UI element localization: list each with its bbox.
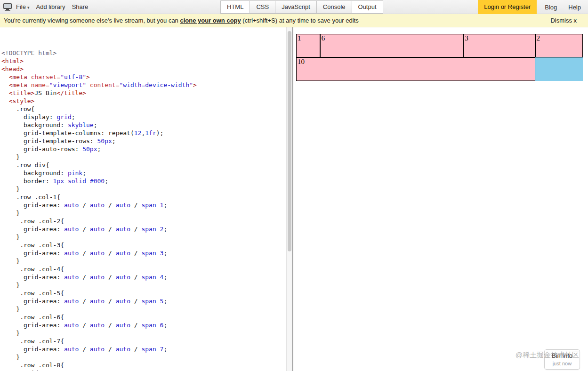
blog-link[interactable]: Blog — [545, 4, 557, 11]
tab-console[interactable]: Console — [317, 0, 352, 14]
grid-cell: 1 — [296, 34, 320, 57]
menu-share[interactable]: Share — [72, 3, 89, 10]
html-code-editor[interactable]: <!DOCTYPE html><html><head> <meta charse… — [0, 27, 286, 371]
tab-html[interactable]: HTML — [220, 0, 250, 14]
code-lines: <!DOCTYPE html><html><head> <meta charse… — [1, 49, 286, 371]
help-link[interactable]: Help — [568, 4, 581, 11]
menu-file-label: File — [16, 3, 26, 10]
editor-scrollbar-thumb[interactable] — [288, 31, 291, 251]
menu-add-library[interactable]: Add library — [36, 3, 65, 10]
notification-text: You're currently viewing someone else's … — [4, 17, 359, 24]
toolbar: File▾ Add library Share HTMLCSSJavaScrip… — [0, 0, 588, 14]
panel-tabs: HTMLCSSJavaScriptConsoleOutput — [220, 0, 383, 14]
jsbin-logo-icon[interactable] — [3, 3, 12, 11]
toolbar-right: Login or Register Blog Help — [478, 0, 588, 14]
dismiss-button[interactable]: Dismiss x — [550, 17, 577, 24]
tab-javascript[interactable]: JavaScript — [275, 0, 317, 14]
grid-cell: 3 — [463, 34, 535, 57]
login-register-button[interactable]: Login or Register — [478, 0, 537, 14]
live-stream-notification: You're currently viewing someone else's … — [0, 14, 588, 27]
tab-output[interactable]: Output — [352, 0, 383, 14]
bin-info-time: just now — [545, 361, 580, 366]
bin-info-label: Bin Info — [545, 352, 580, 359]
output-panel: 163210 — [293, 27, 588, 371]
grid-cell: 6 — [320, 34, 464, 57]
grid-cell: 10 — [296, 57, 535, 81]
bin-info-button[interactable]: Bin Info just now — [544, 349, 580, 370]
output-grid: 163210 — [296, 34, 583, 81]
menu-file[interactable]: File▾ — [16, 3, 29, 10]
editor-scrollbar[interactable] — [286, 27, 292, 371]
clone-copy-link[interactable]: clone your own copy — [180, 17, 241, 24]
chevron-down-icon: ▾ — [27, 5, 30, 10]
grid-cell: 2 — [535, 34, 583, 57]
tab-css[interactable]: CSS — [250, 0, 275, 14]
